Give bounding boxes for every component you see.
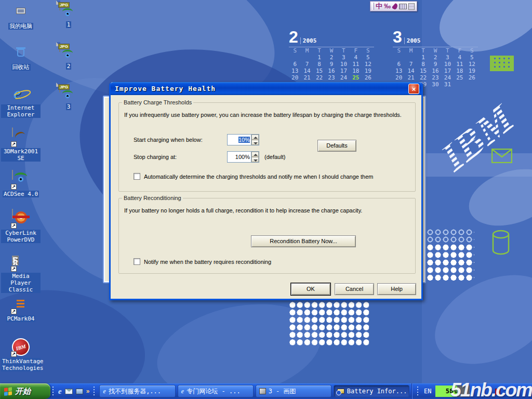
shortcut-arrow-icon: ↗ — [11, 141, 17, 147]
defaults-button[interactable]: Defaults — [317, 140, 356, 152]
tray-grip-handle[interactable] — [417, 386, 419, 396]
ime-grip-handle[interactable] — [373, 3, 374, 10]
close-icon[interactable]: × — [408, 84, 419, 94]
calendar-weekday-header: T — [338, 47, 350, 55]
calendar-day: 7 — [405, 61, 417, 68]
desktop-icon-label: ACDSee 4.0 — [3, 191, 39, 197]
group-legend: Battery Charge Thresholds — [122, 99, 193, 105]
desktop-icon-my-computer[interactable]: 我的电脑 — [1, 3, 41, 30]
task-label: 专门网论坛 - ... — [187, 387, 240, 396]
tasks-grip-handle[interactable] — [93, 386, 96, 396]
calendar-weekday-header: S — [393, 47, 405, 55]
calendar-day — [454, 81, 466, 88]
cancel-button[interactable]: Cancel — [335, 283, 374, 295]
ime-keyboard-icon[interactable] — [399, 4, 407, 9]
calendar-weekday-header: S — [466, 47, 478, 55]
spinner-down-icon[interactable] — [251, 157, 259, 162]
calendar-day: 20 — [289, 74, 301, 81]
battery-meter[interactable]: 58% — [435, 385, 470, 397]
calendar-weekday-header: M — [405, 47, 417, 55]
taskbar-task-battery[interactable]: Battery Infor... — [334, 385, 409, 397]
quicklaunch-overflow-chevron[interactable]: » — [86, 388, 90, 395]
taskbar-task-ie[interactable]: e专门网论坛 - ... — [178, 385, 254, 397]
tray-app-icon[interactable] — [495, 389, 500, 395]
calendar-day — [405, 54, 417, 61]
quicklaunch-grip-handle[interactable] — [52, 386, 55, 396]
battery-reconditioning-group: Battery Reconditioning If your battery n… — [118, 195, 416, 274]
recondition-battery-button[interactable]: Recondition Battery Now... — [251, 235, 356, 247]
desktop-icon-powerdvd[interactable]: ↗CyberLink PowerDVD — [1, 209, 41, 243]
calendar-day: 21 — [405, 74, 417, 81]
dialog-title: Improve Battery Health — [115, 85, 216, 92]
calendar-day: 20 — [393, 74, 405, 81]
desktop-icon-jpg-file[interactable]: JPG1 — [49, 1, 88, 28]
calendar-day: 6 — [289, 61, 301, 68]
ie-quicklaunch-icon[interactable]: e — [58, 387, 62, 395]
calendar-day: 18 — [350, 68, 362, 74]
start-charging-label: Start charging when below: — [134, 137, 203, 143]
ime-chinese-mode-icon[interactable]: 中 — [376, 2, 382, 11]
taskbar-task-ie[interactable]: e找不到服务器,... — [99, 385, 175, 397]
start-button[interactable]: 开始 — [0, 383, 50, 399]
dialog-titlebar[interactable]: Improve Battery Health × — [111, 82, 421, 95]
calendar-day: 23 — [325, 74, 337, 81]
desktop-icon-3dmark[interactable]: ↗3DMark2001 SE — [1, 128, 41, 162]
ime-language-bar[interactable]: 中 ‰ — [370, 1, 417, 11]
calendar-day: 1 — [417, 54, 429, 61]
acdsee-icon: ↗ — [11, 170, 30, 189]
paint-task-icon — [259, 388, 266, 394]
dots-pattern-small — [427, 229, 474, 282]
calendar-weekday-header: F — [350, 47, 362, 55]
mpc-icon: S↗ — [11, 252, 30, 271]
desktop-icon-jpg-file[interactable]: JPG2 — [49, 43, 88, 70]
spinner-up-icon[interactable] — [251, 152, 259, 157]
calendar-day: 9 — [429, 61, 441, 68]
quick-launch-bar: e » — [56, 387, 91, 395]
calendar-month-number: 3 — [393, 29, 402, 45]
notify-reconditioning-checkbox[interactable] — [134, 258, 140, 265]
desktop-icon-acdsee[interactable]: ↗ACDSee 4.0 — [1, 170, 41, 197]
ime-fullwidth-icon[interactable] — [391, 2, 398, 10]
calendar-weekday-header: S — [289, 47, 301, 55]
desktop-icon-recycle-bin[interactable]: 回收站 — [1, 44, 41, 71]
desktop-icon-jpg-file[interactable]: JPG3 — [49, 83, 88, 110]
calendar-day: 17 — [442, 68, 454, 74]
stop-charging-value[interactable]: 100% — [235, 154, 250, 160]
shortcut-arrow-icon: ↗ — [11, 351, 17, 357]
ok-button[interactable]: OK — [291, 283, 330, 295]
calendar-weekday-header: W — [325, 47, 337, 55]
task-label: 3 - 画图 — [269, 387, 296, 396]
desktop-icon-ie[interactable]: eInternet Explorer — [1, 84, 41, 118]
calendar-weekday-header: T — [313, 47, 325, 55]
calendar-day — [301, 54, 313, 61]
ime-menu-icon[interactable] — [408, 3, 415, 10]
calendar-day: 25 — [454, 74, 466, 81]
stop-charging-spinner[interactable]: 100% — [227, 151, 259, 163]
calendar-day: 2 — [429, 54, 441, 61]
calendar-day: 11 — [454, 61, 466, 68]
desktop-icon-mpc[interactable]: S↗Media Player Classic — [1, 252, 41, 293]
calendar-day: 14 — [405, 68, 417, 74]
calendar-day: 26 — [466, 74, 478, 81]
spinner-down-icon[interactable] — [251, 140, 259, 145]
keyboard-grid-icon — [490, 56, 514, 71]
start-charging-value[interactable]: 10% — [238, 137, 250, 143]
auto-determine-checkbox[interactable] — [134, 173, 140, 180]
help-button[interactable]: Help — [377, 283, 416, 295]
taskbar-task-paint[interactable]: 3 - 画图 — [256, 385, 331, 397]
spinner-up-icon[interactable] — [251, 135, 259, 140]
show-desktop-icon[interactable] — [76, 389, 83, 394]
calendar-day: 10 — [442, 61, 454, 68]
shortcut-arrow-icon: ↗ — [11, 223, 17, 229]
language-indicator[interactable]: EN — [424, 388, 431, 395]
ime-punctuation-icon[interactable]: ‰ — [384, 2, 391, 11]
start-charging-spinner[interactable]: 10% — [227, 134, 259, 145]
calendar-day: 16 — [429, 68, 441, 74]
desktop-icon-pcmark[interactable]: ↗PCMark04 — [1, 295, 41, 322]
outlook-express-icon[interactable] — [65, 389, 73, 394]
calendar-day: 14 — [301, 68, 313, 74]
desktop-icon-thinkvantage[interactable]: IBM↗ThinkVantage Technologies — [1, 338, 41, 371]
calendar-month: 22005SMTWTFS1234567891011121314151617181… — [289, 29, 374, 88]
thinkvantage-icon: IBM↗ — [11, 338, 30, 356]
calendar-month: 32005SMTWTFS1234567891011121314151617181… — [393, 29, 478, 88]
